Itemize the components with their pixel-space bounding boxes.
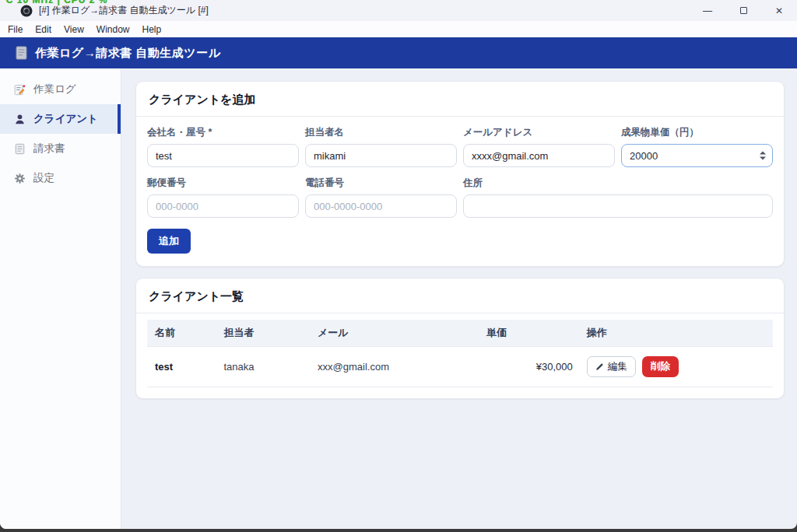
contact-name-input[interactable] xyxy=(305,144,457,167)
cell-contact: tanaka xyxy=(216,347,310,387)
edit-button-label: 編集 xyxy=(608,360,627,373)
table-header-row: 名前 担当者 メール 単価 操作 xyxy=(147,320,773,347)
add-client-title: クライアントを追加 xyxy=(136,82,784,117)
postal-code-label: 郵便番号 xyxy=(147,177,299,190)
person-icon xyxy=(14,114,26,125)
titlebar: [#] 作業ログ→請求書 自動生成ツール [#] — ✕ xyxy=(0,0,797,21)
edit-button[interactable]: 編集 xyxy=(587,356,636,377)
sidebar-item-settings[interactable]: 設定 xyxy=(0,163,121,193)
menu-item-edit[interactable]: Edit xyxy=(29,24,58,35)
close-button[interactable]: ✕ xyxy=(761,0,797,21)
receipt-icon xyxy=(16,46,27,60)
sidebar-item-label: 請求書 xyxy=(33,142,65,156)
number-spinner-icon[interactable] xyxy=(760,152,766,160)
address-field: 住所 xyxy=(463,177,773,218)
col-header-email: メール xyxy=(310,320,479,347)
delete-button[interactable]: 削除 xyxy=(642,356,679,377)
email-input[interactable] xyxy=(463,144,615,167)
contact-name-label: 担当者名 xyxy=(305,126,457,139)
app-header: 作業ログ→請求書 自動生成ツール xyxy=(0,37,797,68)
sidebar-item-clients[interactable]: クライアント xyxy=(0,104,121,134)
phone-label: 電話番号 xyxy=(305,177,457,190)
client-list-card: クライアント一覧 名前 担当者 メール 単価 操作 xyxy=(135,278,785,399)
sidebar: 作業ログ クライアント 請求書 xyxy=(0,68,121,529)
company-name-input[interactable] xyxy=(147,144,299,167)
company-name-field: 会社名・屋号 * xyxy=(147,126,299,167)
postal-code-input[interactable] xyxy=(147,194,299,218)
client-table: 名前 担当者 メール 単価 操作 test tanaka xxx xyxy=(147,320,773,387)
app-icon xyxy=(20,5,33,17)
col-header-actions: 操作 xyxy=(579,320,773,347)
company-name-label: 会社名・屋号 * xyxy=(147,126,299,139)
col-header-contact: 担当者 xyxy=(216,320,310,347)
contact-name-field: 担当者名 xyxy=(305,126,457,167)
window-controls: — ✕ xyxy=(690,0,797,21)
maximize-button[interactable] xyxy=(725,0,761,21)
menu-item-help[interactable]: Help xyxy=(136,24,168,35)
sidebar-item-invoices[interactable]: 請求書 xyxy=(0,134,121,163)
email-field: メールアドレス xyxy=(463,126,615,167)
unit-price-input[interactable] xyxy=(621,144,773,167)
add-client-form: 会社名・屋号 * 担当者名 メールアドレス 成果物単価（円） xyxy=(136,117,784,266)
menu-item-window[interactable]: Window xyxy=(90,24,136,35)
cell-email: xxx@gmail.com xyxy=(310,347,479,387)
menubar: File Edit View Window Help xyxy=(0,21,797,37)
sidebar-item-label: 作業ログ xyxy=(33,82,76,96)
app-header-title: 作業ログ→請求書 自動生成ツール xyxy=(35,46,221,61)
desktop-edge xyxy=(0,529,797,532)
app-window: [#] 作業ログ→請求書 自動生成ツール [#] — ✕ °C 10 MHz |… xyxy=(0,0,797,529)
unit-price-field: 成果物単価（円） xyxy=(621,126,773,167)
main-content: クライアントを追加 会社名・屋号 * 担当者名 メールアドレス xyxy=(121,68,797,529)
email-label: メールアドレス xyxy=(463,126,615,139)
add-button[interactable]: 追加 xyxy=(147,229,191,254)
col-header-price: 単価 xyxy=(479,320,579,347)
menu-item-file[interactable]: File xyxy=(2,24,29,35)
cell-name: test xyxy=(147,347,216,387)
menu-item-view[interactable]: View xyxy=(58,24,90,35)
postal-code-field: 郵便番号 xyxy=(147,177,299,218)
address-label: 住所 xyxy=(463,177,773,190)
col-header-name: 名前 xyxy=(147,320,216,347)
sidebar-item-label: クライアント xyxy=(33,112,98,126)
minimize-button[interactable]: — xyxy=(690,0,725,21)
gear-icon xyxy=(14,173,26,184)
document-icon xyxy=(14,143,26,155)
maximize-icon xyxy=(740,7,747,14)
pencil-icon xyxy=(595,362,604,371)
unit-price-label: 成果物単価（円） xyxy=(621,126,773,139)
phone-input[interactable] xyxy=(305,194,457,218)
sidebar-item-label: 設定 xyxy=(33,171,54,185)
sidebar-item-worklog[interactable]: 作業ログ xyxy=(0,75,121,104)
phone-field: 電話番号 xyxy=(305,177,457,218)
memo-pencil-icon xyxy=(14,84,26,96)
table-row: test tanaka xxx@gmail.com ¥30,000 xyxy=(147,347,773,387)
client-list-title: クライアント一覧 xyxy=(136,278,784,313)
address-input[interactable] xyxy=(463,194,773,218)
cell-price: ¥30,000 xyxy=(479,347,579,387)
window-title: [#] 作業ログ→請求書 自動生成ツール [#] xyxy=(39,4,209,17)
add-client-card: クライアントを追加 会社名・屋号 * 担当者名 メールアドレス xyxy=(135,81,785,267)
